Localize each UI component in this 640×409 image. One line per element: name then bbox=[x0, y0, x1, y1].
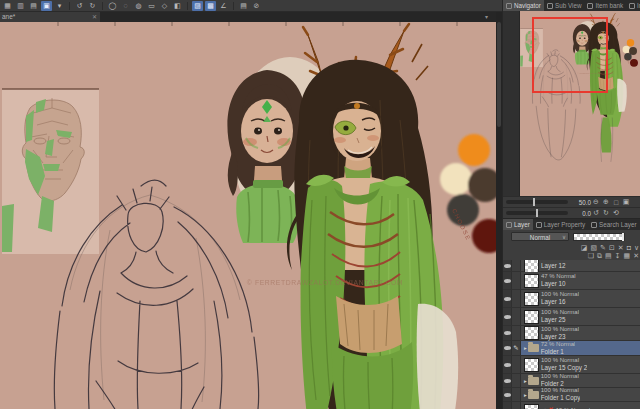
grid-toggle-icon[interactable]: ▤ bbox=[238, 1, 249, 11]
visibility-eye-icon[interactable] bbox=[503, 374, 512, 387]
edit-target-cell[interactable] bbox=[512, 326, 521, 340]
document-tab-bar: ane* ✕ ▾ bbox=[0, 12, 496, 22]
layer-row-folder-2[interactable]: ▸ 100 % Normal Folder 2 bbox=[503, 374, 640, 388]
visibility-eye-icon[interactable] bbox=[503, 341, 512, 355]
tab-layer[interactable]: Layer bbox=[503, 219, 533, 230]
tab-overflow-icon[interactable]: ▾ bbox=[485, 12, 488, 22]
layer-row-flagged[interactable]: ✓ ✗ 19 % Normal bbox=[503, 402, 640, 409]
lasso-icon[interactable]: ◇ bbox=[159, 1, 170, 11]
visibility-eye-icon[interactable] bbox=[503, 356, 512, 373]
new-folder-icon[interactable]: ⧉ bbox=[597, 252, 602, 260]
visibility-eye-icon[interactable] bbox=[503, 260, 512, 271]
visibility-eye-icon[interactable] bbox=[503, 290, 512, 307]
visibility-eye-icon[interactable] bbox=[503, 402, 512, 409]
clipboard-icon[interactable]: ▥ bbox=[15, 1, 26, 11]
tab-navigator[interactable]: Navigator bbox=[503, 0, 544, 11]
rotate-left-icon[interactable]: ↺ bbox=[591, 209, 601, 217]
rotation-slider[interactable] bbox=[506, 211, 568, 215]
zoom-out-icon[interactable]: ⊖ bbox=[591, 198, 601, 206]
rotate-right-icon[interactable]: ↻ bbox=[601, 209, 611, 217]
flip-view-icon[interactable]: ▩ bbox=[205, 1, 216, 11]
layer-row-layer-10[interactable]: 47 % Normal Layer 10 bbox=[503, 272, 640, 290]
layer-thumbnail[interactable] bbox=[524, 404, 539, 409]
edit-target-cell[interactable] bbox=[512, 402, 521, 409]
tab-layer-property[interactable]: Layer Property bbox=[533, 219, 588, 230]
edit-target-cell[interactable] bbox=[512, 308, 521, 325]
close-tab-icon[interactable]: ✕ bbox=[92, 12, 97, 22]
layer-thumbnail[interactable] bbox=[524, 292, 539, 306]
clipping-mask-icon[interactable]: ◪ bbox=[581, 244, 588, 252]
deselect-icon[interactable]: ◯ bbox=[107, 1, 118, 11]
reselect-icon[interactable]: ◌ bbox=[120, 1, 131, 11]
document-tab[interactable]: ane* ✕ bbox=[0, 12, 100, 22]
edit-target-cell[interactable] bbox=[512, 290, 521, 307]
layer-thumbnail[interactable] bbox=[524, 274, 539, 288]
tab-item-bank[interactable]: Item bank bbox=[584, 0, 626, 11]
rotate-view-icon[interactable]: ▨ bbox=[192, 1, 203, 11]
keep-alpha-icon[interactable]: ▧ bbox=[590, 244, 597, 252]
angle-icon[interactable]: ∠ bbox=[218, 1, 229, 11]
mask-icon[interactable]: ◘ bbox=[627, 244, 631, 252]
reset-rotation-icon[interactable]: ⟲ bbox=[611, 209, 621, 217]
edit-target-cell[interactable] bbox=[512, 272, 521, 289]
delete-layer-icon[interactable]: ✕ bbox=[633, 252, 639, 260]
grid-icon[interactable]: ▦ bbox=[2, 1, 13, 11]
tab-sub-view[interactable]: Sub View bbox=[544, 0, 585, 11]
snap-off-icon[interactable]: ⊘ bbox=[251, 1, 262, 11]
more-dropdown-icon[interactable]: ∨ bbox=[634, 244, 639, 252]
shrink-selection-icon[interactable]: ◧ bbox=[172, 1, 183, 11]
fit-to-screen-icon[interactable]: □ bbox=[611, 199, 621, 206]
visibility-eye-icon[interactable] bbox=[503, 326, 512, 340]
transfer-layer-icon[interactable]: ▤ bbox=[605, 252, 612, 260]
actual-size-icon[interactable]: ▣ bbox=[621, 198, 631, 206]
scrollbar-thumb[interactable] bbox=[497, 22, 501, 127]
tab-information[interactable]: Information bbox=[626, 0, 640, 11]
rotation-value: 0.0 bbox=[571, 210, 591, 217]
zoom-slider[interactable] bbox=[506, 200, 568, 204]
new-layer-icon[interactable]: ❏ bbox=[588, 252, 594, 260]
visibility-eye-icon[interactable] bbox=[503, 272, 512, 289]
layer-row-folder-1-copy[interactable]: ▸ 100 % Normal Folder 1 Copy bbox=[503, 388, 640, 402]
save-dropdown-icon[interactable]: ▾ bbox=[54, 1, 65, 11]
zoom-value: 50.0 bbox=[571, 199, 591, 206]
layer-row-layer-15-copy-2[interactable]: 100 % Normal Layer 15 Copy 2 bbox=[503, 356, 640, 374]
blend-mode-select[interactable]: Normal ∨ bbox=[511, 232, 569, 241]
layer-thumbnail[interactable] bbox=[524, 260, 539, 273]
marquee-icon[interactable]: ▭ bbox=[146, 1, 157, 11]
visibility-eye-icon[interactable] bbox=[503, 308, 512, 325]
edit-target-cell[interactable] bbox=[512, 260, 521, 271]
undo-icon[interactable]: ↺ bbox=[74, 1, 85, 11]
merge-down-icon[interactable]: ↧ bbox=[615, 252, 621, 260]
edit-target-cell[interactable] bbox=[512, 356, 521, 373]
layer-row-layer-12[interactable]: Layer 12 bbox=[503, 260, 640, 272]
navigator-view-rectangle[interactable] bbox=[532, 17, 608, 93]
canvas[interactable]: © FERRETDRAWZALOT.DEVIANTART.COM CHOOSE bbox=[0, 22, 496, 409]
layer-thumbnail[interactable] bbox=[524, 310, 539, 324]
tab-label: Sub View bbox=[555, 2, 582, 9]
expand-arrow-icon[interactable]: ▸ bbox=[524, 378, 527, 384]
layer-row-layer-16[interactable]: 100 % Normal Layer 16 bbox=[503, 290, 640, 308]
zoom-in-icon[interactable]: ⊕ bbox=[601, 198, 611, 206]
save-icon[interactable]: ▣ bbox=[41, 1, 52, 11]
expand-arrow-icon[interactable]: ▸ bbox=[524, 345, 527, 351]
layer-row-folder-1-selected[interactable]: ✎ ▸ 72 % Normal Folder 1 bbox=[503, 341, 640, 356]
open-folder-icon[interactable]: ▤ bbox=[28, 1, 39, 11]
layer-mask-icon[interactable]: ▦ bbox=[624, 252, 631, 260]
opacity-slider[interactable] bbox=[573, 233, 625, 241]
navigator-preview[interactable] bbox=[520, 11, 640, 196]
layer-row-layer-23[interactable]: 100 % Normal Layer 23 bbox=[503, 326, 640, 341]
edit-target-cell[interactable] bbox=[512, 374, 521, 387]
invert-selection-icon[interactable]: ◍ bbox=[133, 1, 144, 11]
edit-pencil-icon[interactable]: ✎ bbox=[512, 341, 521, 355]
edit-target-cell[interactable] bbox=[512, 388, 521, 401]
visibility-eye-icon[interactable] bbox=[503, 388, 512, 401]
layer-thumbnail[interactable] bbox=[524, 326, 539, 340]
clear-icon[interactable]: ✕ bbox=[618, 244, 624, 252]
redo-icon[interactable]: ↻ bbox=[87, 1, 98, 11]
expand-arrow-icon[interactable]: ▸ bbox=[524, 392, 527, 398]
lock-layer-icon[interactable]: ⊡ bbox=[609, 244, 615, 252]
draft-layer-icon[interactable]: ✎ bbox=[600, 244, 606, 252]
tab-search-layer[interactable]: Search Layer bbox=[588, 219, 639, 230]
layer-row-layer-25[interactable]: 100 % Normal Layer 25 bbox=[503, 308, 640, 326]
layer-thumbnail[interactable] bbox=[524, 358, 539, 372]
